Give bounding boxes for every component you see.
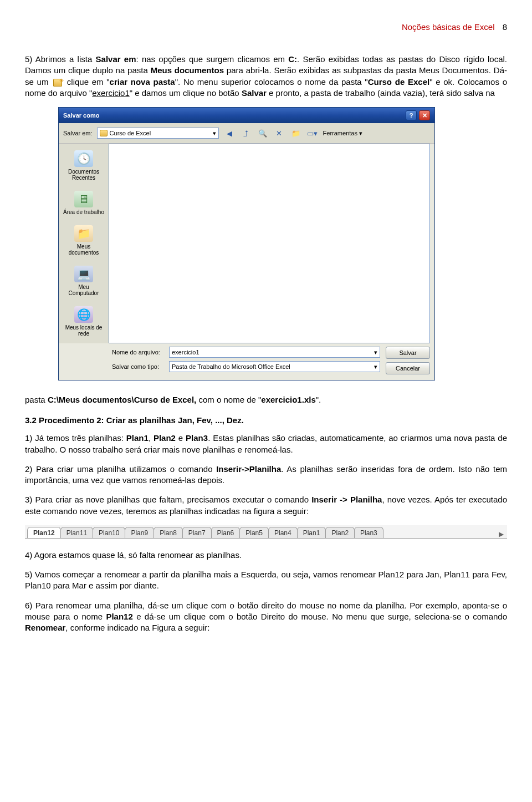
- back-icon[interactable]: ◀: [223, 127, 236, 139]
- chevron-down-icon: ▾: [374, 363, 377, 370]
- sheet-tab[interactable]: Plan7: [182, 527, 212, 538]
- paragraph-step5b: 5) Vamos começar a renomear a partir da …: [25, 569, 507, 592]
- close-icon[interactable]: ✕: [419, 110, 430, 120]
- sheet-tab[interactable]: Plan3: [354, 527, 383, 538]
- search-web-icon[interactable]: 🔍: [257, 127, 269, 139]
- filename-input[interactable]: exercicio1 ▾: [169, 347, 380, 358]
- cancel-button[interactable]: Cancelar: [386, 362, 430, 374]
- tools-menu[interactable]: Ferramentas ▾: [323, 130, 362, 137]
- tab-scroll-right-icon[interactable]: ▶: [495, 530, 507, 538]
- sheet-tab[interactable]: Plan12: [27, 527, 61, 538]
- save-button[interactable]: Salvar: [386, 347, 430, 359]
- documents-icon: 📁: [74, 225, 93, 242]
- filetype-combo[interactable]: Pasta de Trabalho do Microsoft Office Ex…: [169, 361, 380, 372]
- save-as-dialog: Salvar como ? ✕ Salvar em: Curso de Exce…: [58, 107, 435, 380]
- delete-icon[interactable]: ✕: [273, 127, 285, 139]
- dialog-toolbar: Salvar em: Curso de Excel ▾ ◀ ⮥ 🔍 ✕ 📁 ▭▾…: [59, 123, 434, 144]
- paragraph-step6: 6) Para renomear uma planilha, dá-se um …: [25, 600, 507, 634]
- up-one-level-icon[interactable]: ⮥: [240, 127, 252, 139]
- views-icon[interactable]: ▭▾: [306, 127, 319, 139]
- place-network[interactable]: 🌐Meus locais de rede: [61, 303, 106, 340]
- sheet-tab[interactable]: Plan11: [60, 527, 93, 538]
- new-folder-icon: [53, 79, 62, 87]
- paragraph-step1: 1) Já temos três planilhas: Plan1, Plan2…: [25, 433, 507, 455]
- sheet-tab[interactable]: Plan8: [154, 527, 183, 538]
- places-bar: 🕓Documentos Recentes 🖥Área de trabalho 📁…: [59, 144, 109, 343]
- sheet-tab[interactable]: Plan2: [325, 527, 355, 538]
- sheet-tab[interactable]: Plan10: [93, 527, 125, 538]
- header-title: Noções básicas de Excel: [402, 22, 495, 32]
- chevron-down-icon: ▾: [213, 130, 216, 137]
- save-in-label: Salvar em:: [63, 130, 93, 136]
- paragraph-step2: 2) Para criar uma planilha utilizamos o …: [25, 464, 507, 486]
- place-recent[interactable]: 🕓Documentos Recentes: [61, 147, 106, 184]
- sheet-tab[interactable]: Plan9: [125, 527, 154, 538]
- computer-icon: 💻: [74, 266, 93, 282]
- folder-icon: [100, 130, 108, 136]
- dialog-title: Salvar como: [63, 112, 99, 119]
- page-number: 8: [503, 22, 507, 32]
- chevron-down-icon: ▾: [374, 349, 377, 356]
- sheet-tabstrip: Plan12 Plan11 Plan10 Plan9 Plan8 Plan7 P…: [25, 525, 507, 539]
- filetype-label: Salvar como tipo:: [112, 363, 165, 370]
- sheet-tab[interactable]: Plan4: [268, 527, 298, 538]
- page-header: Noções básicas de Excel 8: [25, 22, 507, 32]
- paragraph-step5: 5) Abrimos a lista Salvar em: nas opções…: [25, 54, 507, 99]
- help-icon[interactable]: ?: [406, 110, 417, 120]
- sheet-tab[interactable]: Plan1: [297, 527, 326, 538]
- save-in-combo[interactable]: Curso de Excel ▾: [97, 128, 219, 139]
- sheet-tab[interactable]: Plan6: [211, 527, 241, 538]
- sheet-tab[interactable]: Plan5: [239, 527, 269, 538]
- filename-label: Nome do arquivo:: [112, 349, 165, 356]
- paragraph-step3: 3) Para criar as nove planilhas que falt…: [25, 494, 507, 517]
- place-computer[interactable]: 💻Meu Computador: [61, 262, 106, 300]
- clock-icon: 🕓: [74, 150, 93, 167]
- create-folder-icon[interactable]: 📁: [290, 127, 302, 139]
- paragraph-saved-path: pasta C:\Meus documentos\Curso de Excel,…: [25, 394, 507, 405]
- desktop-icon: 🖥: [74, 191, 93, 207]
- place-desktop[interactable]: 🖥Área de trabalho: [61, 187, 106, 219]
- save-in-folder: Curso de Excel: [110, 130, 151, 136]
- network-icon: 🌐: [74, 306, 93, 323]
- place-documents[interactable]: 📁Meus documentos: [61, 222, 106, 259]
- section-heading: 3.2 Procedimento 2: Criar as planilhas J…: [25, 415, 507, 425]
- file-list-area[interactable]: [109, 144, 430, 343]
- paragraph-step4: 4) Agora estamos quase lá, só falta reno…: [25, 550, 507, 561]
- dialog-titlebar: Salvar como ? ✕: [59, 108, 434, 123]
